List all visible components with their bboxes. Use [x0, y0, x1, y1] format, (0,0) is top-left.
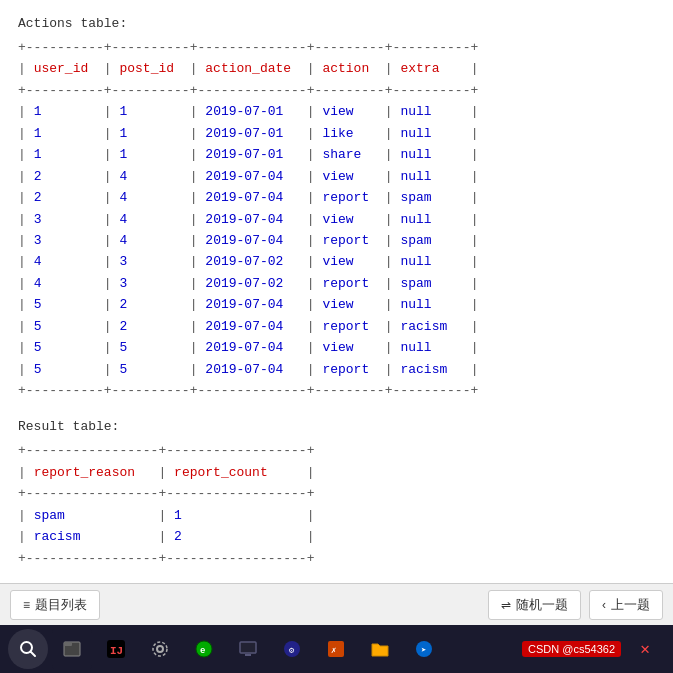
csdn-badge: CSDN @cs54362 — [522, 641, 621, 657]
random-button[interactable]: ⇌ 随机一题 — [488, 590, 581, 620]
svg-point-7 — [153, 642, 167, 656]
svg-rect-11 — [245, 654, 251, 656]
taskbar-app1[interactable]: ⚙ — [272, 629, 312, 669]
svg-text:e: e — [200, 646, 205, 656]
prev-icon: ‹ — [602, 598, 606, 612]
svg-rect-10 — [240, 642, 256, 653]
taskbar-files[interactable] — [52, 629, 92, 669]
svg-text:✗: ✗ — [331, 646, 336, 656]
bottom-bar: ≡ 题目列表 ⇌ 随机一题 ‹ 上一题 — [0, 583, 673, 625]
taskbar-close[interactable]: ✕ — [625, 629, 665, 669]
main-content: Actions table: +----------+----------+--… — [0, 0, 673, 583]
actions-table: +----------+----------+--------------+--… — [18, 37, 655, 401]
taskbar-browser[interactable]: e — [184, 629, 224, 669]
list-button-label: 题目列表 — [35, 596, 87, 614]
svg-line-1 — [31, 652, 36, 657]
taskbar: IJ e ⚙ ✗ — [0, 625, 673, 673]
taskbar-search[interactable] — [8, 629, 48, 669]
taskbar-app2[interactable]: ✗ — [316, 629, 356, 669]
result-section: Result table: +-----------------+-------… — [18, 419, 655, 583]
random-icon: ⇌ — [501, 598, 511, 612]
svg-text:IJ: IJ — [110, 645, 123, 657]
prev-button[interactable]: ‹ 上一题 — [589, 590, 663, 620]
list-button[interactable]: ≡ 题目列表 — [10, 590, 100, 620]
svg-text:➤: ➤ — [421, 646, 426, 656]
result-table: +-----------------+------------------+ |… — [18, 440, 655, 569]
svg-rect-3 — [64, 642, 72, 646]
svg-point-6 — [157, 646, 163, 652]
taskbar-app3[interactable]: ➤ — [404, 629, 444, 669]
svg-text:⚙: ⚙ — [288, 646, 295, 656]
list-icon: ≡ — [23, 598, 30, 612]
taskbar-intellij[interactable]: IJ — [96, 629, 136, 669]
taskbar-folder[interactable] — [360, 629, 400, 669]
actions-table-title: Actions table: — [18, 16, 655, 31]
random-button-label: 随机一题 — [516, 596, 568, 614]
result-table-title: Result table: — [18, 419, 655, 434]
taskbar-settings[interactable] — [140, 629, 180, 669]
prev-button-label: 上一题 — [611, 596, 650, 614]
taskbar-monitor[interactable] — [228, 629, 268, 669]
